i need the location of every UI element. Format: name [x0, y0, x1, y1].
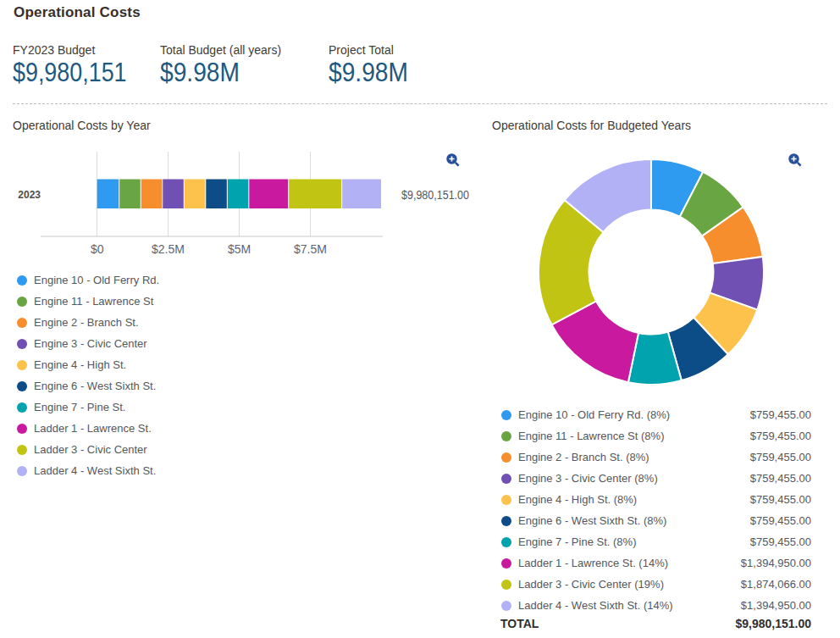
- svg-text:$9,980,151.00: $9,980,151.00: [401, 188, 469, 202]
- svg-text:$7.5M: $7.5M: [294, 242, 327, 254]
- svg-text:$2.5M: $2.5M: [152, 242, 185, 254]
- svg-text:$5M: $5M: [228, 242, 251, 254]
- svg-text:$0: $0: [91, 242, 104, 254]
- svg-text:2023: 2023: [18, 189, 41, 201]
